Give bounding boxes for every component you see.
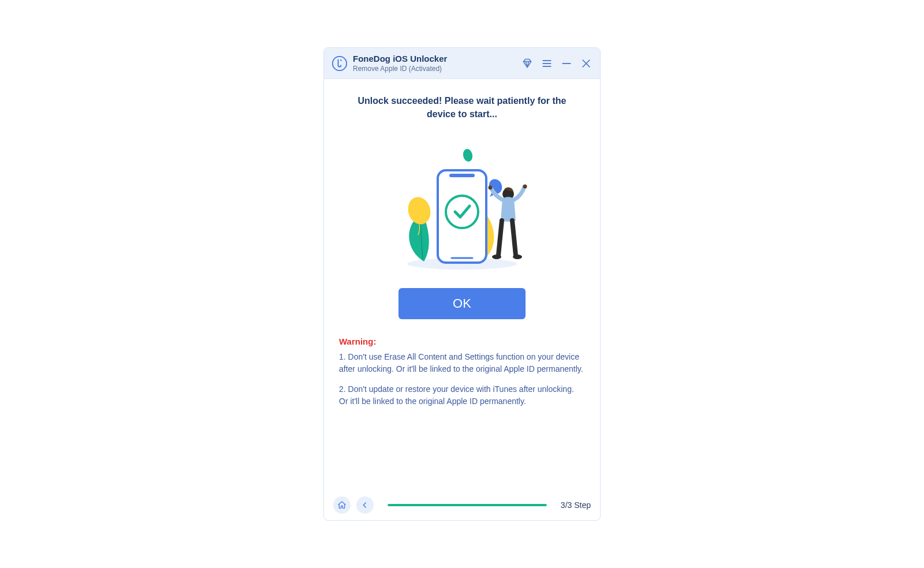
diamond-icon[interactable] [521,58,533,69]
app-logo-icon [332,56,347,71]
step-label: 3/3 Step [561,500,591,510]
svg-point-11 [462,148,474,163]
svg-point-23 [513,255,522,259]
headline: Unlock succeeded! Please wait patiently … [337,94,587,121]
app-window: FoneDog iOS Unlocker Remove Apple ID (Ac… [323,47,601,521]
app-subtitle: Remove Apple ID (Activated) [353,65,516,73]
svg-point-20 [489,186,493,190]
minimize-icon[interactable] [561,58,572,69]
svg-rect-17 [485,200,487,207]
svg-point-0 [333,56,346,70]
title-text-group: FoneDog iOS Unlocker Remove Apple ID (Ac… [353,54,516,73]
ok-button[interactable]: OK [398,288,526,319]
close-icon[interactable] [580,58,592,69]
warning-text-1: 1. Don't use Erase All Content and Setti… [339,351,585,375]
svg-rect-14 [449,174,475,177]
warning-heading: Warning: [339,337,585,346]
svg-point-10 [405,195,434,227]
svg-point-22 [492,255,501,259]
menu-icon[interactable] [541,58,553,69]
warning-text-2: 2. Don't update or restore your device w… [339,383,585,408]
svg-rect-16 [485,186,487,197]
app-title: FoneDog iOS Unlocker [353,54,516,63]
warning-block: Warning: 1. Don't use Erase All Content … [337,337,587,416]
main-content: Unlock succeeded! Please wait patiently … [324,79,600,490]
footer: 3/3 Step [324,490,600,520]
progress-bar [388,504,547,506]
progress-fill [388,504,547,506]
svg-point-21 [523,185,527,189]
svg-point-18 [446,196,478,228]
titlebar: FoneDog iOS Unlocker Remove Apple ID (Ac… [324,48,600,79]
home-button[interactable] [333,496,351,514]
back-button[interactable] [356,496,374,514]
svg-point-1 [340,59,342,61]
titlebar-actions [521,58,592,69]
success-illustration [387,131,537,275]
